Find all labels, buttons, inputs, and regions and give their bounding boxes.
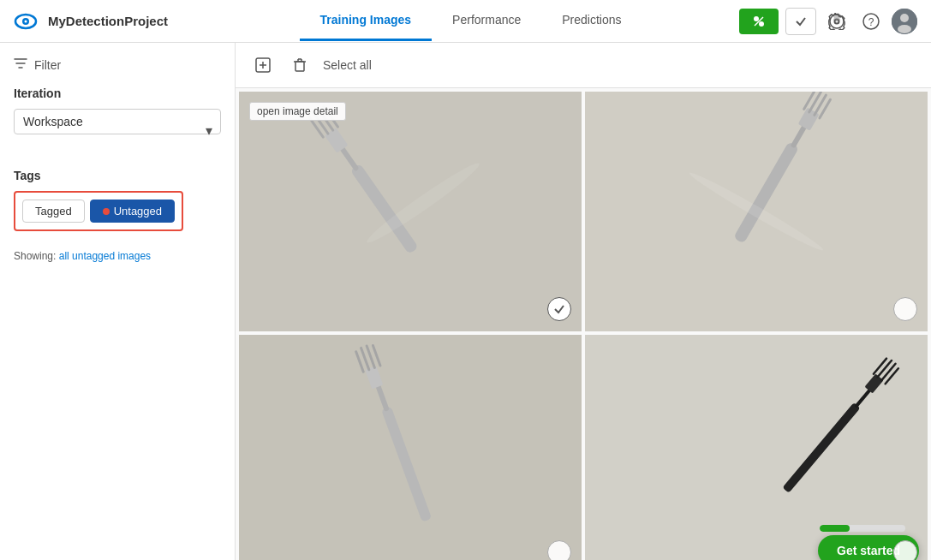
header: MyDetectionProject Training Images Perfo… — [0, 0, 931, 43]
untagged-dot — [103, 208, 110, 215]
settings-button[interactable] — [823, 8, 850, 35]
tagged-button[interactable]: Tagged — [22, 200, 85, 223]
showing-link[interactable]: all untagged images — [59, 250, 151, 262]
toolbar: Select all — [236, 43, 931, 88]
svg-point-11 — [898, 25, 911, 33]
image-cell-4[interactable]: Get started — [585, 335, 928, 560]
filter-icon — [14, 57, 27, 73]
select-all-label[interactable]: Select all — [323, 58, 372, 72]
project-name: MyDetectionProject — [48, 14, 168, 28]
check-button[interactable] — [785, 8, 816, 35]
tab-training-images[interactable]: Training Images — [300, 1, 433, 41]
content-area: Select all — [236, 43, 931, 560]
showing-text: Showing: all untagged images — [14, 250, 221, 262]
iteration-select-wrapper: Workspace — [14, 109, 221, 152]
train-button[interactable] — [739, 9, 779, 34]
app-logo — [14, 9, 38, 33]
check-circle-4[interactable] — [893, 540, 917, 560]
check-circle-2[interactable] — [893, 297, 917, 321]
image-grid: open image detail — [236, 88, 931, 560]
svg-text:?: ? — [868, 16, 874, 28]
sidebar: Filter Iteration Workspace Tags Tagged U… — [0, 43, 236, 560]
image-cell-3[interactable] — [239, 335, 582, 560]
tags-filter-section: Tagged Untagged — [14, 191, 221, 241]
progress-bar — [820, 525, 905, 532]
content-wrapper: open image detail — [236, 88, 931, 560]
svg-rect-38 — [239, 335, 582, 560]
image-cell-2[interactable] — [585, 92, 928, 331]
svg-point-2 — [25, 20, 27, 22]
svg-point-10 — [900, 14, 909, 22]
tab-predictions[interactable]: Predictions — [541, 1, 642, 41]
progress-fill — [820, 525, 850, 532]
image-cell-1[interactable]: open image detail — [239, 92, 582, 331]
untagged-button[interactable]: Untagged — [90, 200, 175, 223]
check-circle-3[interactable] — [547, 540, 571, 560]
add-images-button[interactable] — [249, 53, 277, 77]
svg-point-3 — [754, 16, 759, 21]
nav-tabs: Training Images Performance Predictions — [212, 1, 729, 41]
tags-label: Tags — [14, 169, 221, 182]
tab-performance[interactable]: Performance — [432, 1, 541, 41]
avatar[interactable] — [892, 9, 917, 34]
help-button[interactable]: ? — [857, 8, 885, 35]
main-layout: Filter Iteration Workspace Tags Tagged U… — [0, 43, 931, 560]
untagged-label: Untagged — [114, 205, 162, 217]
svg-point-4 — [759, 21, 764, 27]
tags-buttons-container: Tagged Untagged — [14, 191, 183, 231]
check-circle-1[interactable] — [547, 297, 571, 321]
iteration-select[interactable]: Workspace — [14, 109, 221, 134]
filter-row: Filter — [14, 57, 221, 73]
filter-label[interactable]: Filter — [34, 58, 61, 72]
svg-rect-15 — [295, 62, 304, 71]
iteration-label: Iteration — [14, 86, 221, 100]
header-actions: ? — [739, 8, 917, 35]
progress-container — [820, 525, 914, 532]
delete-button[interactable] — [287, 54, 313, 76]
